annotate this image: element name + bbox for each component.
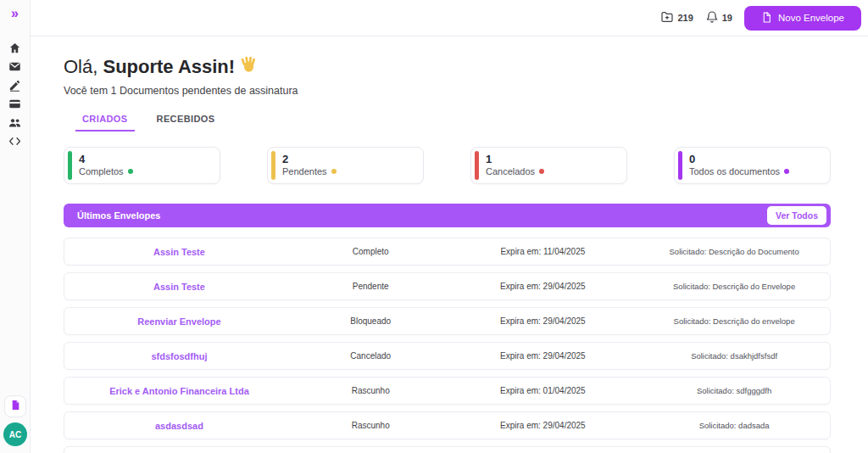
tab-recebidos[interactable]: RECEBIDOS [150,110,222,131]
file-icon [761,12,772,25]
envelope-requested: Solicitado: Descrição do envelope [638,316,830,326]
sidebar-item-billing[interactable] [3,98,27,111]
envelope-requested: Solicitado: dsakhjdfsfsdf [638,351,830,361]
status-dot [128,169,133,174]
table-row[interactable]: Associação comercial Completo Expira em:… [64,446,831,453]
sidebar: » AC [0,0,31,453]
accent-bar [475,151,479,180]
envelope-expires: Expira em: 29/04/2025 [447,316,638,326]
sidebar-item-integrations[interactable] [3,136,27,148]
notifications-count: 19 [722,13,732,23]
table-row[interactable]: asdasdsad Rascunho Expira em: 29/04/2025… [64,411,831,439]
table-row[interactable]: Reenviar Envelope Bloqueado Expira em: 2… [64,307,831,335]
chevrons-right-icon: » [11,6,19,20]
view-all-button[interactable]: Ver Todos [767,206,826,225]
greeting-prefix: Olá, [64,56,103,77]
envelope-expires: Expira em: 01/04/2025 [447,386,638,395]
envelope-requested: Solicitado: sdfgggdfh [638,386,830,395]
waving-hand-emoji [240,55,258,78]
mail-icon [8,60,21,76]
avatar-initials: AC [9,430,21,439]
envelope-status: Cancelado [294,351,448,361]
tabs: CRIADOS RECEBIDOS [75,110,831,131]
envelope-requested: Solicitado: Descrição do Envelope [638,282,830,291]
tab-criados[interactable]: CRIADOS [75,110,135,131]
table-row[interactable]: Assin Teste Pendente Expira em: 29/04/20… [64,272,831,300]
users-icon [8,116,21,131]
envelope-status: Bloqueado [294,316,448,326]
status-dot [331,169,337,174]
pending-documents-text: Você tem 1 Documentos pendentes de assin… [64,85,831,97]
stat-count: 1 [486,153,618,166]
stat-count: 0 [689,153,821,166]
envelope-status: Rascunho [294,386,448,395]
page-title: Olá, Suporte Assin! [64,55,831,78]
sidebar-item-documents[interactable] [4,395,26,417]
notifications-counter[interactable]: 19 [705,10,732,25]
stat-card-cancelados[interactable]: 1 Cancelados [470,147,627,184]
sidebar-expand-button[interactable]: » [11,7,19,20]
status-dot [784,169,789,174]
sidebar-bottom: AC [0,395,31,446]
envelopes-counter[interactable]: 219 [660,10,693,25]
envelope-name-link[interactable]: Assin Teste [64,247,294,257]
pen-icon [8,79,21,94]
stat-label: Todos os documentos [689,166,780,176]
envelope-status: Rascunho [294,421,448,430]
code-icon [8,135,21,150]
stat-card-completos[interactable]: 4 Completos [64,147,220,184]
envelope-status: Completo [294,247,448,256]
new-envelope-button[interactable]: Novo Envelope [744,6,861,31]
accent-bar [68,151,72,180]
latest-envelopes-header: Últimos Envelopes Ver Todos [64,204,831,227]
section-title: Últimos Envelopes [77,210,160,221]
status-dot [539,169,544,174]
stat-label: Cancelados [486,166,535,176]
envelope-status: Pendente [294,282,448,291]
credit-card-icon [8,98,21,113]
stat-count: 4 [79,153,211,166]
sidebar-nav [3,42,27,148]
stat-label: Completos [79,166,124,176]
sidebar-item-mail[interactable] [3,61,27,74]
stat-card-todos[interactable]: 0 Todos os documentos [674,147,831,184]
envelope-name-link[interactable]: sfdsfosdfhuj [64,351,294,361]
sidebar-item-signature[interactable] [3,80,27,92]
envelopes-count: 219 [677,13,693,23]
envelope-name-link[interactable]: Reenviar Envelope [64,316,294,327]
accent-bar [271,151,275,180]
app-window: » AC [0,0,868,453]
envelope-expires: Expira em: 29/04/2025 [447,421,638,430]
envelope-name-link[interactable]: asdasdsad [64,421,294,431]
table-row[interactable]: Assin Teste Completo Expira em: 11/04/20… [64,238,831,266]
envelope-requested: Solicitado: dadsada [638,421,830,430]
topbar: 219 19 Novo Envelope [31,0,868,36]
folder-plus-icon [660,10,674,25]
envelope-expires: Expira em: 29/04/2025 [447,351,638,361]
envelope-name-link[interactable]: Erick e Antonio Financeira Ltda [64,386,294,396]
stat-label: Pendentes [282,166,327,176]
sidebar-item-home[interactable] [3,42,27,55]
bell-icon [705,10,719,25]
stat-card-pendentes[interactable]: 2 Pendentes [267,147,424,184]
table-row[interactable]: sfdsfosdfhuj Cancelado Expira em: 29/04/… [64,342,831,370]
main-content: Olá, Suporte Assin! Você tem 1 Documento… [31,36,868,453]
home-icon [8,42,21,57]
envelopes-table: Assin Teste Completo Expira em: 11/04/20… [64,238,831,453]
sidebar-item-contacts[interactable] [3,117,27,130]
stat-count: 2 [282,153,415,166]
avatar[interactable]: AC [3,422,27,446]
content-column: 219 19 Novo Envelope Olá, Suporte Assin!… [31,0,868,453]
stat-cards: 4 Completos 2 Pendentes 1 Cancelados 0 T… [64,147,831,184]
envelope-requested: Solicitado: Descrição do Documento [638,247,830,256]
envelope-name-link[interactable]: Assin Teste [64,282,294,292]
envelope-expires: Expira em: 11/04/2025 [447,247,638,256]
document-icon [10,400,21,413]
table-row[interactable]: Erick e Antonio Financeira Ltda Rascunho… [64,377,831,405]
envelope-expires: Expira em: 29/04/2025 [447,282,638,291]
new-envelope-label: Novo Envelope [778,13,844,23]
accent-bar [678,151,682,180]
greeting-name: Suporte Assin! [103,56,235,77]
